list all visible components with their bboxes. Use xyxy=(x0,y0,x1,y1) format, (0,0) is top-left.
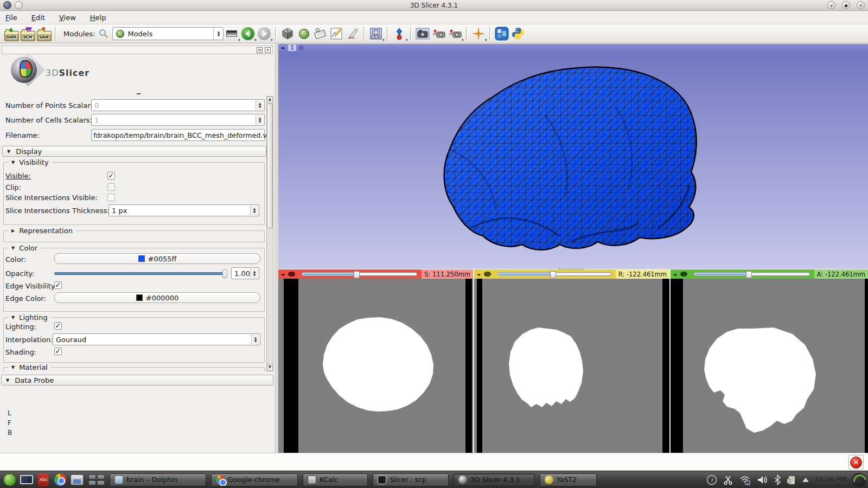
close-button[interactable]: × xyxy=(857,1,865,9)
brain-mesh-model[interactable] xyxy=(278,52,868,269)
bluetooth-icon[interactable] xyxy=(774,474,781,485)
menu-help[interactable]: Help xyxy=(90,14,106,22)
clip-checkbox[interactable] xyxy=(107,183,115,191)
cells-scalars-spinbox[interactable]: 1 ▲▼ xyxy=(91,114,265,126)
pin-icon[interactable]: ◄ xyxy=(280,46,286,50)
color-picker-button[interactable]: #0055ff xyxy=(54,253,260,264)
module-selector[interactable]: Models ▲▼ xyxy=(112,27,224,40)
close-panel-icon[interactable]: ✕ xyxy=(265,47,271,53)
python-console-button[interactable] xyxy=(510,25,526,42)
load-data-button[interactable]: ▲ DATA xyxy=(3,25,20,42)
eye-icon[interactable] xyxy=(680,272,687,277)
color-group-title[interactable]: ▼Color xyxy=(8,244,41,252)
extensions-button[interactable] xyxy=(494,25,510,42)
scene-view-button[interactable] xyxy=(431,25,447,42)
green-slider-handle[interactable] xyxy=(746,271,752,278)
opacity-slider[interactable] xyxy=(54,272,227,275)
volumes-cube-icon[interactable] xyxy=(279,25,296,42)
scrollbar-thumb[interactable] xyxy=(267,104,273,228)
visibility-group-title[interactable]: ▼Visibility xyxy=(8,158,52,166)
volume-icon[interactable] xyxy=(756,474,768,485)
file-manager-icon[interactable] xyxy=(70,473,84,487)
task-dolphin[interactable]: brain – Dolphin xyxy=(110,473,206,486)
app-launcher-gecko-icon[interactable] xyxy=(3,473,17,487)
crosshair-button[interactable]: ▾ xyxy=(470,25,487,42)
task-terminal[interactable]: Slicer : scp xyxy=(373,473,449,486)
network-wifi-icon[interactable]: a xyxy=(739,474,751,485)
models-sphere-icon[interactable] xyxy=(296,25,312,42)
suse-gecko-icon[interactable] xyxy=(852,473,866,487)
layout-button[interactable]: ▾ xyxy=(368,25,384,42)
klipper-scissors-icon[interactable] xyxy=(723,474,733,485)
edge-visibility-checkbox[interactable]: ✓ xyxy=(54,281,62,289)
pin-icon[interactable]: ◄ xyxy=(476,272,482,277)
lighting-checkbox[interactable]: ✓ xyxy=(54,322,62,330)
task-slicer[interactable]: 3D Slicer 4.3.1 xyxy=(454,473,535,486)
lighting-group-title[interactable]: ▼Lighting xyxy=(8,313,51,322)
red-slice-slider[interactable] xyxy=(302,272,417,276)
import-dicom-button[interactable]: ▼▼ DCM xyxy=(20,25,36,42)
material-group-title[interactable]: ▼Material xyxy=(8,363,51,371)
display-section-button[interactable]: ▼Display xyxy=(2,146,266,157)
annotations-ruler-icon[interactable] xyxy=(312,25,328,42)
info-icon[interactable]: i xyxy=(706,474,717,485)
view-settings-gear-icon[interactable]: ⚙ xyxy=(298,45,304,51)
panel-scrollbar[interactable]: ▲ ▼ xyxy=(266,96,273,371)
desktop-pager[interactable] xyxy=(88,474,105,485)
panel-splitter[interactable] xyxy=(275,44,278,453)
pin-icon[interactable]: ◄ xyxy=(280,272,286,277)
scene-restore-button[interactable]: ▾ xyxy=(447,25,463,42)
mouse-interaction-button[interactable]: ▾ xyxy=(391,25,407,42)
charts-icon[interactable] xyxy=(328,25,344,42)
yellow-slider-handle[interactable] xyxy=(550,271,556,278)
eye-icon[interactable] xyxy=(288,272,295,277)
minimize-button[interactable]: ∨ xyxy=(827,1,835,9)
markups-pen-icon[interactable] xyxy=(344,25,361,42)
scroll-down-icon[interactable]: ▼ xyxy=(267,364,273,371)
thickness-spinbox[interactable]: 1 px ▲▼ xyxy=(108,204,259,216)
eye-icon[interactable] xyxy=(484,272,491,277)
data-probe-section-button[interactable]: ▼Data Probe xyxy=(1,375,273,386)
module-back-button[interactable]: ▾ xyxy=(240,25,256,42)
opacity-spinbox[interactable]: 1.00 ▲▼ xyxy=(231,267,259,279)
shading-checkbox[interactable]: ✓ xyxy=(54,348,62,355)
slice-intersections-checkbox[interactable] xyxy=(107,194,115,201)
save-button[interactable]: ▼ SAVE xyxy=(36,25,52,42)
yellow-slice-slider[interactable] xyxy=(497,272,611,276)
undock-panel-icon[interactable]: ⧉ xyxy=(257,47,263,53)
scroll-up-icon[interactable]: ▲ xyxy=(267,97,273,103)
screenshot-button[interactable] xyxy=(414,25,431,42)
task-yast[interactable]: YaST2 xyxy=(540,473,597,486)
panel-drag-handle[interactable] xyxy=(137,93,141,94)
pin-icon[interactable]: ◄ xyxy=(673,272,678,277)
module-selector-spinner[interactable]: ▲▼ xyxy=(213,28,223,40)
yellow-slice-viewport[interactable] xyxy=(474,279,669,453)
clipboard-icon[interactable] xyxy=(787,474,796,485)
task-chrome[interactable]: Google-chrome xyxy=(211,473,298,486)
interpolation-combo[interactable]: Gouraud ▲▼ xyxy=(53,333,260,345)
edge-color-picker-button[interactable]: #000000 xyxy=(54,292,260,303)
green-slice-viewport[interactable] xyxy=(671,279,868,453)
show-desktop-icon[interactable] xyxy=(20,473,34,487)
visible-checkbox[interactable]: ✓ xyxy=(107,172,115,179)
module-history-button[interactable]: ▾ xyxy=(224,25,240,42)
red-slider-handle[interactable] xyxy=(354,271,360,278)
menu-file[interactable]: File xyxy=(5,14,17,22)
tray-expand-icon[interactable] xyxy=(802,477,809,483)
menu-view[interactable]: View xyxy=(59,14,76,22)
error-log-button[interactable]: ✕ xyxy=(848,455,864,470)
maximize-button[interactable]: ◆ xyxy=(842,1,850,9)
dictionary-icon[interactable]: Abc xyxy=(36,473,50,487)
points-scalars-spinbox[interactable]: 0 ▲▼ xyxy=(91,99,265,111)
module-search-icon[interactable] xyxy=(98,28,109,39)
module-forward-button[interactable]: ▾ xyxy=(256,25,272,42)
menu-edit[interactable]: Edit xyxy=(31,14,45,22)
opacity-slider-handle[interactable] xyxy=(222,269,227,278)
green-slice-slider[interactable] xyxy=(694,272,810,276)
representation-group-title[interactable]: ▶Representation xyxy=(8,227,76,235)
task-kcalc[interactable]: KCalc xyxy=(303,473,368,486)
red-slice-viewport[interactable] xyxy=(278,279,473,453)
chrome-launcher-icon[interactable] xyxy=(53,473,67,487)
threed-view[interactable]: ◄ 1 ⚙ xyxy=(278,44,868,269)
filename-field[interactable]: fdrakopo/temp/brain/brain_BCC_mesh_defor… xyxy=(91,129,265,141)
